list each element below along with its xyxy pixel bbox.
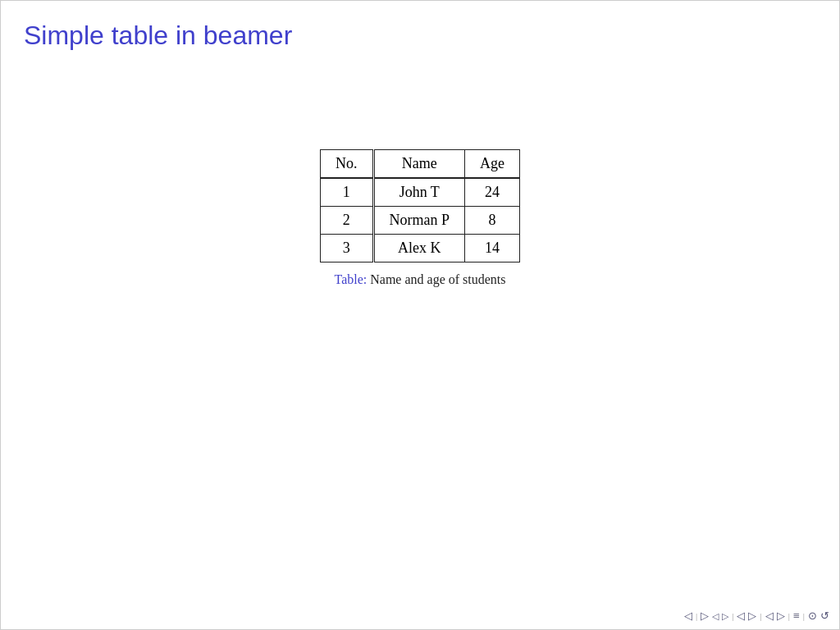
caption-label: Table:	[334, 272, 367, 286]
cell-no-3: 3	[321, 235, 374, 262]
content-area: No. Name Age 1 John T 24 2 Norman P 8	[21, 149, 819, 287]
table-header: No. Name Age	[321, 150, 520, 179]
nav-next-subframe-icon[interactable]: ▷	[722, 611, 728, 622]
table-row: 3 Alex K 14	[321, 235, 520, 262]
nav-fit-icon[interactable]: ⊙	[808, 609, 817, 623]
nav-next-frame-icon[interactable]: ▷	[701, 609, 709, 623]
col-header-no: No.	[321, 150, 374, 179]
nav-next-section-icon[interactable]: ▷	[777, 609, 785, 623]
nav-prev-slide-icon[interactable]: ◁	[737, 609, 745, 623]
header-row: No. Name Age	[321, 150, 520, 179]
table-body: 1 John T 24 2 Norman P 8 3 Alex K 14	[321, 178, 520, 262]
slide-title: Simple table in beamer	[24, 21, 819, 51]
nav-prev-frame-icon[interactable]: ◁	[684, 609, 692, 623]
col-header-name: Name	[373, 150, 465, 179]
nav-next-slide-icon[interactable]: ▷	[748, 609, 756, 623]
cell-name-1: John T	[373, 178, 465, 207]
nav-sep-2: |	[732, 611, 733, 621]
table-caption: Table: Name and age of students	[334, 272, 505, 287]
navigation-bar: ◁ | ▷ ◁ ▷ | ◁ ▷ | ◁ ▷ | ≡ | ⊙ ↺	[684, 609, 829, 623]
cell-no-2: 2	[321, 207, 374, 235]
nav-prev-section-icon[interactable]: ◁	[765, 609, 774, 623]
nav-prev-subframe-icon[interactable]: ◁	[712, 611, 719, 622]
cell-age-1: 24	[465, 178, 520, 207]
nav-reset-icon[interactable]: ↺	[820, 609, 829, 623]
nav-sep-1: |	[696, 611, 697, 621]
data-table: No. Name Age 1 John T 24 2 Norman P 8	[320, 149, 520, 262]
cell-name-3: Alex K	[373, 235, 465, 262]
cell-name-2: Norman P	[373, 207, 465, 235]
table-wrapper: No. Name Age 1 John T 24 2 Norman P 8	[320, 149, 520, 262]
nav-sep-3: |	[760, 611, 761, 621]
slide-container: Simple table in beamer No. Name Age 1 Jo…	[1, 1, 839, 629]
table-row: 1 John T 24	[321, 178, 520, 207]
cell-age-3: 14	[465, 235, 520, 262]
table-row: 2 Norman P 8	[321, 207, 520, 235]
nav-menu-icon[interactable]: ≡	[793, 609, 800, 623]
cell-no-1: 1	[321, 178, 374, 207]
nav-sep-5: |	[803, 611, 805, 621]
cell-age-2: 8	[465, 207, 520, 235]
nav-sep-4: |	[788, 611, 790, 621]
col-header-age: Age	[465, 150, 520, 179]
caption-text: Name and age of students	[367, 272, 505, 286]
